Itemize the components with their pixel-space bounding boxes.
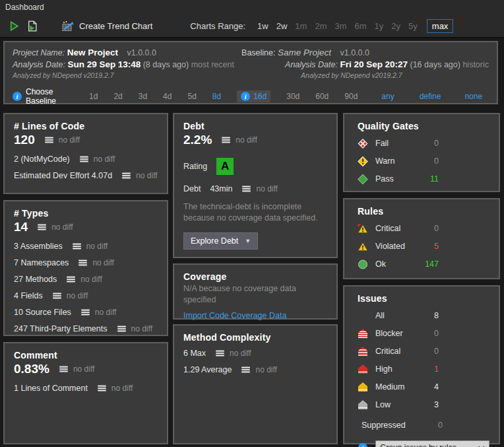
create-trend-chart-label: Create Trend Chart xyxy=(79,21,152,31)
no-diff-indicator: no diff xyxy=(117,324,152,333)
group-issues-dropdown-value: Group issues by rules xyxy=(380,443,457,447)
quality-gate-row: Warn 0 xyxy=(358,155,489,167)
trend-chart-icon xyxy=(62,20,75,32)
baseline-option-define[interactable]: define xyxy=(420,92,441,101)
warn-count[interactable]: 0 xyxy=(424,156,439,166)
no-diff-indicator: no diff xyxy=(241,184,277,193)
low-severity-icon xyxy=(358,399,368,410)
critical-issues-count[interactable]: 0 xyxy=(424,347,439,356)
fail-diamond-icon xyxy=(358,138,368,149)
low-count[interactable]: 3 xyxy=(424,400,439,409)
no-diff-label: no diff xyxy=(80,275,102,284)
medium-count[interactable]: 4 xyxy=(424,382,439,392)
run-analysis-button[interactable] xyxy=(5,18,23,34)
warn-label: Warn xyxy=(375,156,424,166)
no-diff-label: no diff xyxy=(94,155,115,164)
range-1m[interactable]: 1m xyxy=(295,21,307,31)
range-2m[interactable]: 2m xyxy=(315,21,327,31)
baseline-option-90d[interactable]: 90d xyxy=(344,92,358,101)
baseline-option-5d[interactable]: 5d xyxy=(187,92,196,101)
baseline-option-4d[interactable]: 4d xyxy=(163,92,172,101)
assemblies-row: 3 Assemblies xyxy=(14,242,63,251)
group-issues-dropdown[interactable]: Group issues by rules xyxy=(375,440,489,447)
no-diff-label: no diff xyxy=(136,171,157,180)
quality-gate-row: Pass 11 xyxy=(358,173,489,185)
analysis-date: Sun 29 Sep xyxy=(67,59,115,69)
ok-rules-label: Ok xyxy=(375,259,424,269)
dropdown-arrow-icon: ▼ xyxy=(245,238,251,244)
range-2y[interactable]: 2y xyxy=(391,21,400,31)
range-max[interactable]: max xyxy=(427,19,454,33)
panel-title: Issues xyxy=(358,293,489,304)
types-value[interactable]: 14 xyxy=(14,220,28,234)
rules-row: Ok 147 xyxy=(358,258,489,270)
baseline-option-60d[interactable]: 60d xyxy=(315,92,329,101)
notmycode-row: 2 (NotMyCode) xyxy=(14,155,70,164)
all-issues-count[interactable]: 8 xyxy=(424,311,439,320)
no-diff-indicator: no diff xyxy=(97,384,133,393)
high-count[interactable]: 1 xyxy=(424,364,439,374)
baseline-option-2d[interactable]: 2d xyxy=(113,92,122,101)
rating-badge[interactable]: A xyxy=(216,158,234,175)
no-diff-icon xyxy=(121,172,132,179)
blocker-count[interactable]: 0 xyxy=(424,329,439,338)
pass-diamond-icon xyxy=(358,174,368,185)
no-diff-icon xyxy=(66,276,77,283)
no-diff-icon xyxy=(72,243,82,250)
range-3m[interactable]: 3m xyxy=(334,21,346,31)
baseline-option-3d[interactable]: 3d xyxy=(139,92,147,101)
range-5y[interactable]: 5y xyxy=(408,21,418,31)
baseline-option-any[interactable]: any xyxy=(381,92,394,101)
range-2w[interactable]: 2w xyxy=(276,21,288,31)
critical-issues-label: Critical xyxy=(375,347,424,356)
suppressed-count[interactable]: 0 xyxy=(428,421,443,430)
debt-value[interactable]: 2.2% xyxy=(183,133,212,147)
loc-value[interactable]: 120 xyxy=(14,133,35,147)
comment-value[interactable]: 0.83% xyxy=(14,362,49,376)
issues-panel: Issues All 8 Blocker 0 Critical 0 High 1 xyxy=(343,285,500,444)
violated-rules-label: Violated xyxy=(375,242,424,251)
suppressed-label: Suppressed xyxy=(358,421,428,430)
critical-rules-label: Critical xyxy=(375,224,424,233)
ok-rules-count[interactable]: 147 xyxy=(424,259,439,269)
critical-rules-count[interactable]: 0 xyxy=(424,224,439,233)
project-name-label: Project Name: xyxy=(13,48,65,57)
import-coverage-link[interactable]: Import Code Coverage Data xyxy=(183,311,286,320)
range-6m[interactable]: 6m xyxy=(355,21,367,31)
panel-title: Method Complexity xyxy=(183,332,327,343)
page-title: Dashboard xyxy=(5,3,44,12)
baseline-option-30d[interactable]: 30d xyxy=(286,92,299,101)
no-diff-icon xyxy=(241,186,252,192)
violated-rules-count[interactable]: 5 xyxy=(424,242,439,251)
run-analysis-on-file-button[interactable] xyxy=(23,18,42,34)
info-icon: i xyxy=(241,92,250,101)
ok-circle-icon xyxy=(358,259,368,270)
source-files-row: 10 Source Files xyxy=(14,308,71,317)
debt-panel: Debt 2.2% no diff Rating A Debt 43min no… xyxy=(173,113,338,258)
issues-row: Medium 4 xyxy=(358,381,489,393)
toolbar: Create Trend Chart Charts Range: 1w 2w 1… xyxy=(0,15,504,38)
no-diff-icon xyxy=(215,350,226,357)
dev-effort-row: Estimated Dev Effort 4.07d xyxy=(14,171,112,180)
range-1y[interactable]: 1y xyxy=(375,21,384,31)
method-complexity-panel: Method Complexity 6 Maxno diff 1.29 Aver… xyxy=(173,324,338,444)
blocker-label: Blocker xyxy=(375,329,424,338)
baseline-option-8d[interactable]: 8d xyxy=(212,92,221,101)
create-trend-chart-button[interactable]: Create Trend Chart xyxy=(59,18,156,34)
coverage-panel: Coverage N/A because no coverage data sp… xyxy=(173,263,338,320)
no-diff-indicator: no diff xyxy=(52,291,88,300)
pass-count[interactable]: 11 xyxy=(424,174,439,184)
no-diff-icon xyxy=(241,366,251,373)
project-name: New Project xyxy=(67,48,118,57)
no-diff-indicator: no diff xyxy=(72,242,108,251)
panel-title: Coverage xyxy=(183,271,327,282)
baseline-ago: (16 days ago) xyxy=(410,60,460,69)
explore-debt-button[interactable]: Explore Debt ▼ xyxy=(183,232,258,250)
fail-count[interactable]: 0 xyxy=(424,139,439,148)
baseline-option-none[interactable]: none xyxy=(464,92,482,101)
no-diff-icon xyxy=(79,156,90,162)
baseline-option-16d[interactable]: i16d xyxy=(237,90,270,102)
baseline-option-1d[interactable]: 1d xyxy=(89,92,98,101)
debt-row-value[interactable]: 43min xyxy=(210,184,232,193)
range-1w[interactable]: 1w xyxy=(257,21,268,31)
